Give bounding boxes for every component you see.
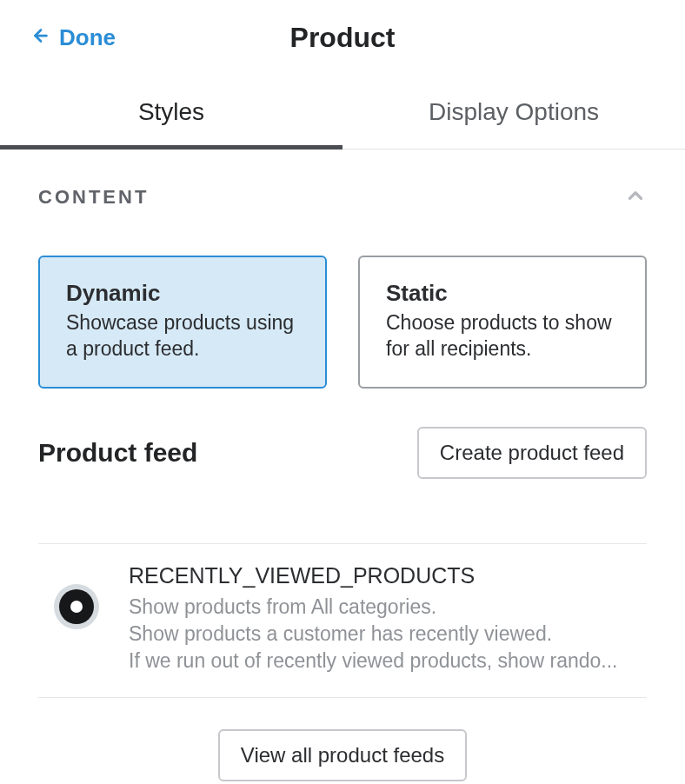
section-label: CONTENT: [38, 186, 149, 209]
create-product-feed-label: Create product feed: [440, 441, 624, 464]
card-static-title: Static: [386, 280, 619, 307]
section-header: CONTENT: [38, 184, 647, 210]
arrow-left-icon: [31, 24, 50, 51]
collapse-toggle[interactable]: [624, 184, 647, 210]
card-static-desc: Choose products to show for all recipien…: [386, 310, 619, 362]
create-product-feed-button[interactable]: Create product feed: [417, 427, 647, 479]
card-dynamic-desc: Showcase products using a product feed.: [66, 310, 299, 362]
feed-desc-line-1: Show products from All categories.: [129, 594, 647, 621]
center-action: View all product feeds: [38, 698, 647, 784]
tab-display-options[interactable]: Display Options: [342, 77, 685, 149]
page-header: Done Product: [0, 0, 685, 77]
done-label: Done: [59, 24, 116, 51]
content-type-cards: Dynamic Showcase products using a produc…: [38, 256, 647, 389]
feed-desc-line-2: Show products a customer has recently vi…: [129, 621, 647, 648]
feed-name: RECENTLY_VIEWED_PRODUCTS: [129, 563, 647, 588]
view-all-feeds-button[interactable]: View all product feeds: [218, 729, 467, 781]
feed-desc-line-3: If we run out of recently viewed product…: [129, 648, 647, 674]
radio-wrap: [38, 563, 99, 629]
view-all-feeds-label: View all product feeds: [241, 743, 444, 767]
feed-radio[interactable]: [54, 584, 99, 629]
card-dynamic-title: Dynamic: [66, 280, 299, 307]
radio-selected-icon: [59, 589, 94, 624]
tab-styles[interactable]: Styles: [0, 77, 342, 149]
product-feed-header: Product feed Create product feed: [38, 427, 647, 515]
feed-item[interactable]: RECENTLY_VIEWED_PRODUCTS Show products f…: [38, 543, 647, 698]
tab-styles-label: Styles: [138, 98, 204, 125]
tab-display-options-label: Display Options: [429, 98, 599, 125]
card-dynamic[interactable]: Dynamic Showcase products using a produc…: [38, 256, 327, 389]
feed-content: RECENTLY_VIEWED_PRODUCTS Show products f…: [129, 563, 647, 674]
content-section: CONTENT Dynamic Showcase products using …: [0, 149, 685, 784]
chevron-up-icon: [624, 195, 647, 209]
card-static[interactable]: Static Choose products to show for all r…: [358, 256, 647, 389]
tab-bar: Styles Display Options: [0, 77, 685, 149]
page-title: Product: [290, 22, 396, 54]
product-feed-title: Product feed: [38, 438, 197, 468]
done-button[interactable]: Done: [31, 24, 116, 51]
